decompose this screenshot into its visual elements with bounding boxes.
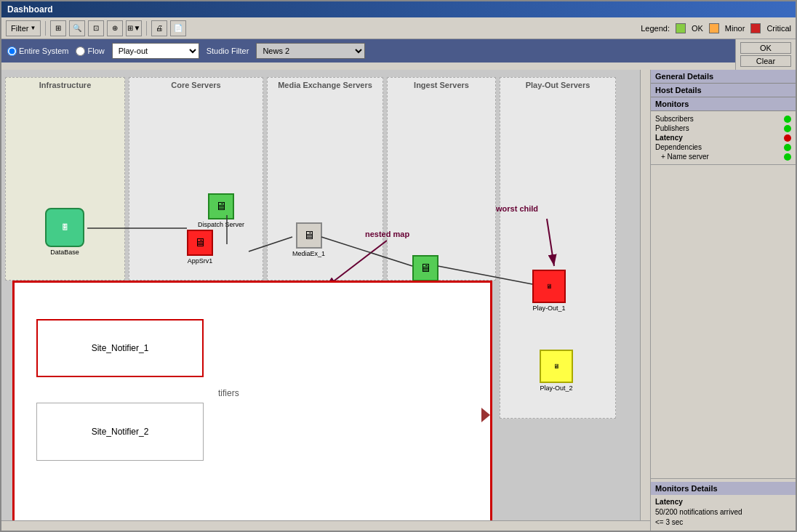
nested-map-container: Site_Notifier_1 Site_Notifier_2 tifiers … [12, 281, 492, 531]
database-icon: 🗄 [45, 208, 84, 247]
right-panel: General Details Host Details Monitors Su… [650, 70, 796, 531]
database-node[interactable]: 🗄 DataBase [45, 208, 84, 256]
filter-arrow-icon: ▼ [30, 25, 36, 31]
critical-legend-dot [750, 23, 761, 33]
ingest-icon: 🖥 [412, 255, 438, 281]
filter-ok-row: Entire System Flow Play-out Studio Filte… [1, 39, 796, 70]
worst-child-annotation: worst child [496, 204, 538, 213]
dependencies-row: Dependencies [655, 142, 791, 152]
ok-clear-panel: OK Clear [735, 39, 796, 70]
ingest-node[interactable]: 🖥 [412, 255, 438, 281]
toolbar-icon-1[interactable]: ⊞ [50, 20, 66, 36]
entire-system-radio[interactable] [7, 47, 17, 56]
playout1-node[interactable]: 🖥 Play-Out_1 [532, 270, 566, 312]
toolbar-icon-3[interactable]: ⊡ [88, 20, 104, 36]
app-server-label: AppSrv1 [188, 257, 213, 265]
monitors-header[interactable]: Monitors [651, 97, 796, 111]
publishers-status [784, 125, 791, 132]
filter-button[interactable]: Filter ▼ [6, 20, 41, 36]
playout2-label: Play-Out_2 [540, 384, 572, 392]
publishers-label: Publishers [655, 124, 689, 132]
studio-filter-select[interactable]: News 2 [256, 43, 365, 59]
latency-status [784, 134, 791, 142]
dispatch-server-node[interactable]: 🖥 Dispatch Server [198, 193, 244, 228]
playout1-label: Play-Out_1 [532, 305, 565, 312]
toolbar-icon-4[interactable]: ⊕ [107, 20, 123, 36]
app-server-icon: 🖥 [187, 230, 213, 256]
filter-label: Filter [11, 24, 28, 33]
entire-system-label: Entire System [19, 47, 68, 55]
separator-2 [146, 21, 147, 36]
site-notifier-2-box[interactable]: Site_Notifier_2 [36, 403, 204, 461]
legend-label: Legend: [641, 24, 670, 33]
playout-select[interactable]: Play-out [112, 43, 199, 59]
latency-row: Latency [655, 133, 791, 142]
separator-1 [45, 21, 46, 36]
critical-legend-label: Critical [766, 24, 791, 33]
latency-label: Latency [655, 134, 683, 142]
host-details-header[interactable]: Host Details [651, 84, 796, 97]
minor-legend-dot [709, 23, 719, 33]
general-details-header[interactable]: General Details [651, 70, 796, 84]
dependencies-label: Dependencies [655, 143, 702, 151]
media-ex-icon: 🖥 [296, 222, 322, 249]
main-area: Infrastructure Core Servers Media Exchan… [1, 70, 796, 531]
panel-spacer [651, 164, 796, 478]
monitors-content: Subscribers Publishers Latency Dependenc… [651, 111, 796, 164]
media-ex-label: MediaEx_1 [292, 250, 325, 257]
playout1-icon: 🖥 [532, 270, 566, 303]
flow-label: Flow [87, 47, 104, 55]
infrastructure-label: Infrastructure [6, 81, 124, 89]
dispatch-server-icon: 🖥 [208, 193, 234, 219]
subscribers-label: Subscribers [655, 115, 694, 123]
nested-map-arrow-right [481, 408, 490, 422]
horizontal-scrollbar[interactable] [1, 520, 650, 531]
site-notifier-2-label: Site_Notifier_2 [92, 427, 149, 437]
flow-radio-label[interactable]: Flow [76, 47, 104, 56]
site-notifier-1-box[interactable]: Site_Notifier_1 [36, 319, 204, 377]
ok-button[interactable]: OK [740, 42, 791, 54]
legend-area: Legend: OK Minor Critical [641, 23, 791, 33]
window-title: Dashboard [7, 4, 53, 15]
nested-map-annotation: nested map [365, 230, 409, 238]
clear-button[interactable]: Clear [740, 55, 791, 67]
notifiers-label: tifiers [218, 388, 239, 398]
media-ex-node[interactable]: 🖥 MediaEx_1 [292, 222, 325, 257]
dependencies-status [784, 144, 791, 151]
ok-legend-dot [676, 23, 686, 33]
playout-servers-label: Play-Out Servers [500, 81, 615, 89]
flow-radio[interactable] [76, 47, 85, 56]
toolbar-icon-2[interactable]: 🔍 [69, 20, 85, 36]
filter-bar: Entire System Flow Play-out Studio Filte… [1, 39, 735, 63]
monitors-latency-label: Latency [655, 498, 791, 506]
publishers-row: Publishers [655, 124, 791, 133]
toolbar-icon-5[interactable]: ⊞▼ [126, 20, 142, 36]
name-server-row: + Name server [655, 152, 791, 161]
dispatch-server-label: Dispatch Server [198, 221, 244, 228]
playout2-node[interactable]: 🖥 Play-Out_2 [540, 350, 573, 392]
media-exchange-label: Media Exchange Servers [268, 81, 383, 89]
ingest-servers-section: Ingest Servers [387, 77, 496, 281]
monitors-detail-text: 50/200 notifications arrived<= 3 sec [655, 507, 791, 528]
studio-filter-text: Studio Filter [207, 47, 249, 55]
minor-legend-label: Minor [725, 24, 745, 33]
site-notifier-1-label: Site_Notifier_1 [92, 343, 149, 353]
subscribers-status [784, 116, 791, 123]
title-bar: Dashboard [1, 1, 796, 17]
toolbar-icon-7[interactable]: 📄 [170, 20, 186, 36]
toolbar: Filter ▼ ⊞ 🔍 ⊡ ⊕ ⊞▼ 🖨 📄 Legend: OK Minor… [1, 17, 796, 39]
toolbar-icon-6[interactable]: 🖨 [151, 20, 167, 36]
main-window: Dashboard Filter ▼ ⊞ 🔍 ⊡ ⊕ ⊞▼ 🖨 📄 Legend… [0, 0, 797, 532]
entire-system-radio-label[interactable]: Entire System [7, 47, 68, 56]
canvas-area: Infrastructure Core Servers Media Exchan… [1, 70, 650, 531]
vertical-scrollbar[interactable] [640, 70, 650, 520]
name-server-status [784, 153, 791, 161]
monitors-details-section: Monitors Details Latency 50/200 notifica… [651, 478, 796, 531]
core-servers-label: Core Servers [129, 81, 263, 89]
studio-filter-label: Studio Filter [207, 47, 249, 55]
app-server-node[interactable]: 🖥 AppSrv1 [187, 230, 213, 265]
database-label: DataBase [50, 249, 79, 256]
name-server-label: + Name server [661, 153, 709, 161]
ingest-servers-label: Ingest Servers [388, 81, 495, 89]
subscribers-row: Subscribers [655, 114, 791, 124]
